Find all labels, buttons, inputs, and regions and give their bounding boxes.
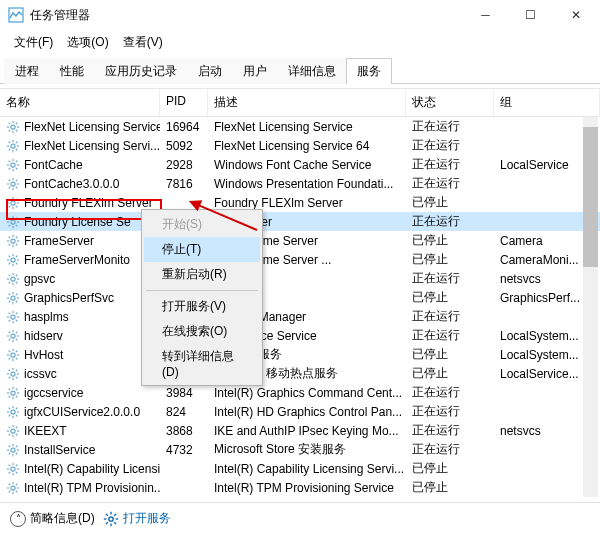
svg-point-55 — [11, 238, 15, 242]
service-row[interactable]: IKEEXT3868IKE and AuthIP IPsec Keying Mo… — [0, 421, 600, 440]
service-row[interactable]: icssvcWindows 移动热点服务已停止LocalService... — [0, 364, 600, 383]
col-desc[interactable]: 描述 — [208, 89, 406, 116]
ctx-open-services[interactable]: 打开服务(V) — [144, 294, 260, 319]
svg-line-78 — [9, 274, 11, 276]
service-icon — [6, 253, 20, 267]
svg-line-152 — [9, 433, 11, 435]
service-name: FlexNet Licensing Service — [24, 120, 160, 134]
svg-line-151 — [16, 433, 18, 435]
service-row[interactable]: igfxCUIService2.0.0.0824Intel(R) HD Grap… — [0, 402, 600, 421]
service-name: Foundry License Se — [24, 215, 131, 229]
tab-1[interactable]: 性能 — [49, 58, 95, 84]
svg-line-170 — [9, 471, 11, 473]
service-name: gpsvc — [24, 272, 55, 286]
minimize-button[interactable]: ─ — [463, 0, 508, 30]
svg-point-10 — [11, 143, 15, 147]
svg-line-97 — [16, 319, 18, 321]
tab-4[interactable]: 用户 — [232, 58, 278, 84]
service-pid: 3868 — [160, 423, 208, 439]
footer-less[interactable]: 简略信息(D) — [30, 510, 95, 527]
svg-line-168 — [9, 464, 11, 466]
svg-line-115 — [16, 357, 18, 359]
service-status: 已停止 — [406, 193, 494, 212]
svg-line-17 — [9, 148, 11, 150]
tab-6[interactable]: 服务 — [346, 58, 392, 84]
ctx-restart[interactable]: 重新启动(R) — [144, 262, 260, 287]
col-name[interactable]: 名称 — [0, 89, 160, 116]
service-icon — [6, 196, 20, 210]
service-pid: 3984 — [160, 385, 208, 401]
service-status: 正在运行 — [406, 383, 494, 402]
svg-point-64 — [11, 257, 15, 261]
service-row[interactable]: Foundry License Sense Server正在运行 — [0, 212, 600, 231]
service-row[interactable]: Intel(R) TPM Provisionin...Intel(R) TPM … — [0, 478, 600, 497]
tab-2[interactable]: 应用历史记录 — [94, 58, 188, 84]
svg-line-153 — [16, 426, 18, 428]
svg-line-26 — [9, 167, 11, 169]
menu-view[interactable]: 查看(V) — [117, 32, 169, 53]
service-row[interactable]: FlexNet Licensing Servi...5092FlexNet Li… — [0, 136, 600, 155]
service-icon — [6, 120, 20, 134]
service-row[interactable]: hidservace Device Service正在运行LocalSystem… — [0, 326, 600, 345]
service-name: FlexNet Licensing Servi... — [24, 139, 160, 153]
service-row[interactable]: GraphicsPerfSvcSvc已停止GraphicsPerf... — [0, 288, 600, 307]
service-pid: 5092 — [160, 138, 208, 154]
menu-file[interactable]: 文件(F) — [8, 32, 59, 53]
service-desc: Windows Presentation Foundati... — [208, 176, 406, 192]
svg-line-54 — [16, 217, 18, 219]
ctx-stop[interactable]: 停止(T) — [144, 237, 260, 262]
svg-line-99 — [16, 312, 18, 314]
svg-line-187 — [114, 522, 116, 524]
service-icon — [6, 158, 20, 172]
svg-line-141 — [9, 407, 11, 409]
tab-0[interactable]: 进程 — [4, 58, 50, 84]
svg-line-51 — [9, 217, 11, 219]
service-name: Intel(R) Capability Licensi... — [24, 462, 160, 476]
service-row[interactable]: hasplmsLicense Manager正在运行 — [0, 307, 600, 326]
service-row[interactable]: Intel(R) Capability Licensi...Intel(R) C… — [0, 459, 600, 478]
tab-5[interactable]: 详细信息 — [277, 58, 347, 84]
svg-line-180 — [16, 483, 18, 485]
service-status: 已停止 — [406, 231, 494, 250]
service-status: 正在运行 — [406, 269, 494, 288]
service-row[interactable]: FrameServermera Frame Server已停止Camera — [0, 231, 600, 250]
svg-point-163 — [11, 466, 15, 470]
service-desc: FlexNet Licensing Service — [208, 119, 406, 135]
service-status: 正在运行 — [406, 174, 494, 193]
gear-icon — [103, 511, 119, 527]
svg-line-116 — [9, 357, 11, 359]
col-status[interactable]: 状态 — [406, 89, 494, 116]
context-menu: 开始(S) 停止(T) 重新启动(R) 打开服务(V) 在线搜索(O) 转到详细… — [141, 209, 263, 386]
footer-open-services[interactable]: 打开服务 — [123, 510, 171, 527]
svg-line-81 — [16, 274, 18, 276]
svg-line-179 — [9, 490, 11, 492]
service-row[interactable]: FontCache3.0.0.07816Windows Presentation… — [0, 174, 600, 193]
vertical-scrollbar[interactable] — [583, 117, 598, 497]
service-name: FrameServer — [24, 234, 94, 248]
service-row[interactable]: Foundry FLEXlm ServerFoundry FLEXlm Serv… — [0, 193, 600, 212]
col-group[interactable]: 组 — [494, 89, 600, 116]
ctx-go-details[interactable]: 转到详细信息(D) — [144, 344, 260, 383]
svg-line-8 — [9, 129, 11, 131]
menu-options[interactable]: 选项(O) — [61, 32, 114, 53]
maximize-button[interactable]: ☐ — [508, 0, 553, 30]
service-row[interactable]: igccservice3984Intel(R) Graphics Command… — [0, 383, 600, 402]
svg-point-37 — [11, 200, 15, 204]
svg-line-63 — [16, 236, 18, 238]
service-desc: Intel(R) Capability Licensing Servi... — [208, 461, 406, 477]
service-row[interactable]: HvHostHV 主机服务已停止LocalSystem... — [0, 345, 600, 364]
service-pid — [160, 487, 208, 489]
col-pid[interactable]: PID — [160, 89, 208, 116]
service-row[interactable]: InstallService4732Microsoft Store 安装服务正在… — [0, 440, 600, 459]
service-row[interactable]: FlexNet Licensing Service16964FlexNet Li… — [0, 117, 600, 136]
close-button[interactable]: ✕ — [553, 0, 598, 30]
service-row[interactable]: FontCache2928Windows Font Cache Service正… — [0, 155, 600, 174]
service-desc: Microsoft Store 安装服务 — [208, 440, 406, 459]
service-row[interactable]: gpsvcClient正在运行netsvcs — [0, 269, 600, 288]
tab-3[interactable]: 启动 — [187, 58, 233, 84]
svg-line-162 — [16, 445, 18, 447]
ctx-search-online[interactable]: 在线搜索(O) — [144, 319, 260, 344]
service-row[interactable]: FrameServerMonitomera Frame Server ...已停… — [0, 250, 600, 269]
chevron-up-icon[interactable]: ˄ — [10, 511, 26, 527]
service-icon — [6, 329, 20, 343]
